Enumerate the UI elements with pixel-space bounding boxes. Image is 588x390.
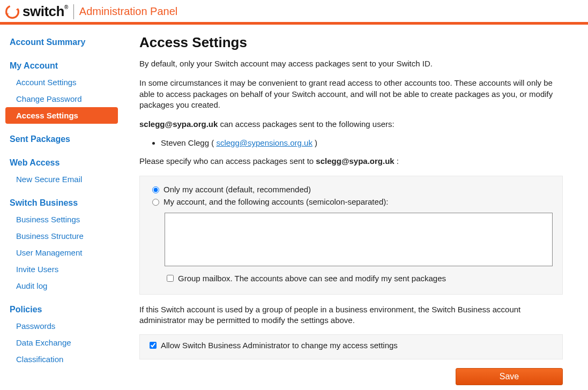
sidebar-section-web-access[interactable]: Web Access (5, 155, 118, 171)
page-title: Access Settings (139, 34, 563, 51)
sidebar-item-data-exchange[interactable]: Data Exchange (5, 334, 118, 351)
sidebar-item-business-structure[interactable]: Business Structure (5, 228, 118, 244)
specify-line: Please specify who can access packages s… (139, 156, 563, 167)
switch-logo-icon (5, 5, 19, 19)
sidebar-item-new-secure-email[interactable]: New Secure Email (5, 171, 118, 188)
sidebar-item-sent-packages[interactable]: Sent Packages (5, 131, 118, 147)
sidebar-item-account-summary[interactable]: Account Summary (5, 34, 118, 50)
group-mailbox-row[interactable]: Group mailbox. The accounts above can se… (165, 273, 553, 283)
svg-point-0 (6, 5, 19, 18)
user-email-link[interactable]: sclegg@sypensions.org.uk (216, 138, 312, 147)
save-button[interactable]: Save (456, 368, 563, 385)
sidebar-item-classification[interactable]: Classification (5, 351, 118, 368)
allow-admin-label[interactable]: Allow Switch Business Administrator to c… (161, 341, 398, 350)
intro-paragraph-2: In some circumstances it may be convenie… (139, 78, 563, 110)
sidebar-item-passwords[interactable]: Passwords (5, 318, 118, 334)
allow-admin-panel: Allow Switch Business Administrator to c… (139, 334, 563, 359)
allow-admin-checkbox[interactable] (150, 342, 157, 349)
sidebar-item-invite-users[interactable]: Invite Users (5, 261, 118, 278)
sidebar-item-business-settings[interactable]: Business Settings (5, 211, 118, 228)
user-name: Steven Clegg (161, 138, 209, 147)
radio-shared-label[interactable]: My account, and the following accounts (… (163, 197, 388, 206)
allow-admin-row[interactable]: Allow Switch Business Administrator to c… (147, 340, 555, 350)
sidebar-item-access-settings[interactable]: Access Settings (5, 107, 118, 124)
brand-logo[interactable]: switch® (5, 3, 68, 20)
sidebar-item-audit-log[interactable]: Audit log (5, 278, 118, 294)
header: switch® Administration Panel (0, 0, 588, 25)
group-mailbox-label[interactable]: Group mailbox. The accounts above can se… (178, 274, 446, 283)
sidebar-section-policies[interactable]: Policies (5, 302, 118, 318)
access-line: sclegg@sypa.org.uk can access packages s… (139, 119, 563, 130)
sidebar: Account Summary My Account Account Setti… (5, 34, 123, 385)
radio-row-only-my-account[interactable]: Only my account (default, recommended) (150, 185, 553, 194)
access-options-panel: Only my account (default, recommended) M… (139, 176, 563, 295)
sidebar-item-user-management[interactable]: User Management (5, 244, 118, 261)
radio-row-shared[interactable]: My account, and the following accounts (… (150, 197, 553, 206)
intro-paragraph-1: By default, only your Switch account may… (139, 58, 563, 69)
admin-panel-title: Administration Panel (79, 5, 177, 18)
radio-only-my-account[interactable] (152, 186, 159, 193)
shared-accounts-input[interactable] (165, 213, 553, 266)
specify-email: sclegg@sypa.org.uk (316, 156, 394, 166)
main-content: Access Settings By default, only your Sw… (123, 34, 574, 385)
save-row: Save (139, 368, 563, 385)
accessible-users-list: Steven Clegg ( sclegg@sypensions.org.uk … (139, 138, 563, 147)
sidebar-section-my-account[interactable]: My Account (5, 58, 118, 74)
list-item: Steven Clegg ( sclegg@sypensions.org.uk … (161, 138, 563, 147)
group-mailbox-checkbox[interactable] (167, 275, 174, 282)
sidebar-item-account-settings[interactable]: Account Settings (5, 74, 118, 91)
sidebar-item-change-password[interactable]: Change Password (5, 91, 118, 107)
header-divider (73, 4, 74, 19)
brand-name: switch® (23, 3, 68, 20)
radio-only-label[interactable]: Only my account (default, recommended) (163, 185, 311, 194)
sidebar-section-switch-business[interactable]: Switch Business (5, 195, 118, 211)
access-email: sclegg@sypa.org.uk (139, 119, 218, 129)
business-admin-note: If this Switch account is used by a grou… (139, 304, 563, 326)
radio-shared-accounts[interactable] (152, 199, 159, 206)
